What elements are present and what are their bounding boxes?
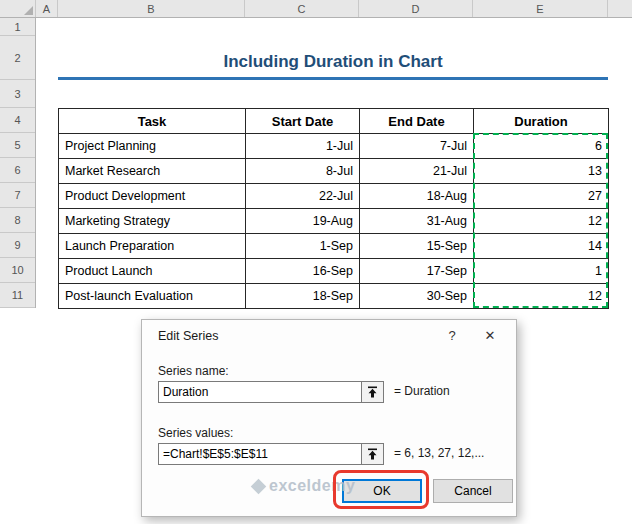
table-cell[interactable]: Project Planning [59, 134, 246, 159]
table-cell[interactable]: 18-Sep [246, 284, 360, 309]
table-cell[interactable]: 27 [474, 184, 609, 209]
excel-sheet: A B C D E 1 2 3 4 5 6 7 8 9 10 11 Includ… [0, 0, 632, 524]
column-header-strip: A B C D E [0, 0, 632, 18]
table-cell[interactable]: 12 [474, 209, 609, 234]
table-cell[interactable]: Market Research [59, 159, 246, 184]
column-header-a[interactable]: A [36, 0, 58, 17]
series-values-range-picker-button[interactable] [361, 443, 384, 465]
data-table: Task Start Date End Date Duration Projec… [58, 108, 609, 309]
row-header-7[interactable]: 7 [0, 183, 35, 208]
select-all-triangle-icon [24, 6, 33, 15]
table-header-duration[interactable]: Duration [474, 109, 609, 134]
close-icon[interactable]: ✕ [478, 324, 502, 346]
table-cell[interactable]: 13 [474, 159, 609, 184]
series-name-label: Series name: [158, 364, 229, 378]
series-values-input[interactable] [158, 443, 362, 465]
help-button[interactable]: ? [440, 324, 464, 346]
table-cell[interactable]: Launch Preparation [59, 234, 246, 259]
cancel-button[interactable]: Cancel [433, 479, 513, 503]
table-cell[interactable]: 7-Jul [360, 134, 474, 159]
row-header-strip: 1 2 3 4 5 6 7 8 9 10 11 [0, 18, 36, 308]
ok-button[interactable]: OK [342, 479, 422, 503]
dialog-title: Edit Series [158, 329, 218, 343]
table-cell[interactable]: 6 [474, 134, 609, 159]
table-cell[interactable]: 16-Sep [246, 259, 360, 284]
row-header-9[interactable]: 9 [0, 233, 35, 258]
column-header-e[interactable]: E [473, 0, 608, 17]
series-name-result: = Duration [394, 384, 450, 398]
table-cell[interactable]: 17-Sep [360, 259, 474, 284]
collapse-dialog-arrow-icon [367, 386, 378, 398]
table-cell[interactable]: Product Development [59, 184, 246, 209]
row-header-4[interactable]: 4 [0, 108, 35, 133]
row-header-3[interactable]: 3 [0, 80, 35, 108]
table-cell[interactable]: 31-Aug [360, 209, 474, 234]
series-name-input[interactable] [158, 381, 362, 403]
table-cell[interactable]: Product Launch [59, 259, 246, 284]
table-cell[interactable]: 18-Aug [360, 184, 474, 209]
table-cell[interactable]: 12 [474, 284, 609, 309]
collapse-dialog-arrow-icon [367, 448, 378, 460]
sheet-title[interactable]: Including Duration in Chart [58, 36, 608, 80]
table-cell[interactable]: 15-Sep [360, 234, 474, 259]
table-cell[interactable]: 1-Jul [246, 134, 360, 159]
table-header-task[interactable]: Task [59, 109, 246, 134]
series-name-range-picker-button[interactable] [361, 381, 384, 403]
row-header-8[interactable]: 8 [0, 208, 35, 233]
column-header-d[interactable]: D [359, 0, 473, 17]
row-header-11[interactable]: 11 [0, 283, 35, 308]
edit-series-dialog: Edit Series ? ✕ Series name: = Duration … [141, 319, 517, 517]
table-cell[interactable]: 8-Jul [246, 159, 360, 184]
table-cell[interactable]: 1 [474, 259, 609, 284]
table-cell[interactable]: 19-Aug [246, 209, 360, 234]
table-cell[interactable]: Post-launch Evaluation [59, 284, 246, 309]
series-values-result: = 6, 13, 27, 12,... [394, 446, 484, 460]
table-cell[interactable]: 30-Sep [360, 284, 474, 309]
table-cell[interactable]: Marketing Strategy [59, 209, 246, 234]
row-header-1[interactable]: 1 [0, 18, 35, 36]
row-header-6[interactable]: 6 [0, 158, 35, 183]
row-header-2[interactable]: 2 [0, 36, 35, 80]
column-header-b[interactable]: B [58, 0, 245, 17]
table-cell[interactable]: 22-Jul [246, 184, 360, 209]
row-header-10[interactable]: 10 [0, 258, 35, 283]
series-values-label: Series values: [158, 426, 233, 440]
table-header-start-date[interactable]: Start Date [246, 109, 360, 134]
column-header-c[interactable]: C [245, 0, 359, 17]
select-all-corner[interactable] [0, 0, 36, 17]
table-header-end-date[interactable]: End Date [360, 109, 474, 134]
row-header-5[interactable]: 5 [0, 133, 35, 158]
table-cell[interactable]: 21-Jul [360, 159, 474, 184]
table-cell[interactable]: 1-Sep [246, 234, 360, 259]
table-cell[interactable]: 14 [474, 234, 609, 259]
column-header-overflow [608, 0, 632, 17]
